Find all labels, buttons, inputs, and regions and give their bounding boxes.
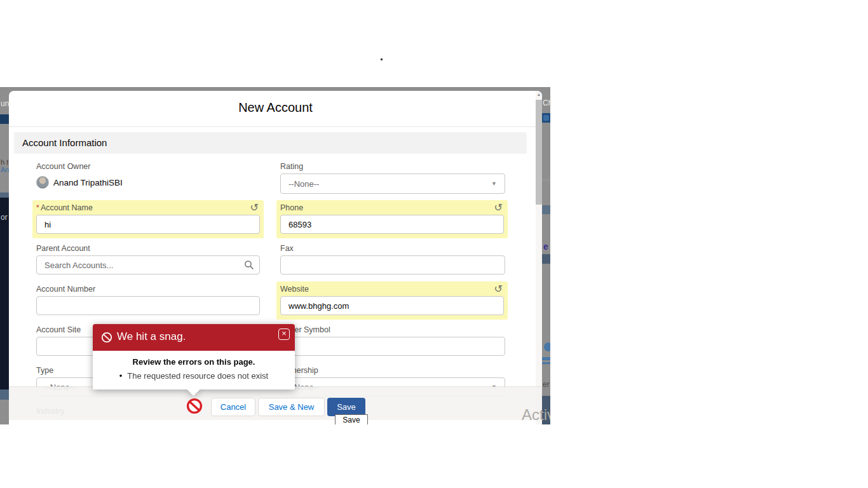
website-label: Website (280, 285, 309, 294)
search-icon (244, 260, 254, 270)
background-bar-fragment (542, 362, 550, 364)
ban-icon (101, 332, 112, 343)
background-activity-heading: Activ (522, 406, 550, 424)
background-text-fragment: h t (1, 158, 8, 166)
rating-label: Rating (280, 162, 303, 171)
background-navbar-fragment (542, 113, 550, 123)
background-text-fragment: Ch (543, 98, 550, 107)
background-bar-fragment (0, 390, 9, 400)
chevron-down-icon: ▼ (491, 180, 497, 187)
phone-input[interactable] (280, 215, 504, 234)
background-dark-panel-fragment (0, 198, 9, 390)
background-chart-icon-fragment (544, 342, 550, 351)
rating-select-value: --None-- (288, 179, 319, 189)
error-popover-heading: Review the errors on this page. (99, 357, 288, 367)
scrollbar-up-arrow[interactable]: ▲ (536, 92, 542, 97)
error-popover-header: We hit a snag. × (93, 324, 295, 351)
account-site-label: Account Site (36, 325, 81, 334)
error-popover: We hit a snag. × Review the errors on th… (93, 324, 295, 390)
background-bar-fragment (542, 357, 550, 360)
background-bar-fragment (542, 254, 550, 264)
modal-header: New Account (9, 91, 542, 127)
type-label: Type (36, 366, 53, 375)
bullet-icon: • (119, 371, 123, 381)
required-marker: * (36, 203, 39, 212)
avatar (36, 176, 49, 189)
website-highlight-panel: Website ↺ (276, 281, 508, 320)
account-owner-label: Account Owner (36, 162, 90, 171)
browser-capture-region: uni h t Ana or Ch e er Activ New Account (0, 87, 550, 424)
account-number-label: Account Number (36, 285, 95, 294)
save-button-tooltip: Save (335, 414, 368, 424)
undo-icon[interactable]: ↺ (494, 283, 503, 295)
error-popover-item: •The requested resource does not exist (99, 371, 288, 381)
cancel-button[interactable]: Cancel (211, 398, 255, 416)
stray-dot (381, 58, 383, 60)
undo-icon[interactable]: ↺ (494, 201, 503, 214)
background-bar-fragment (542, 205, 550, 214)
account-owner-value: Anand TripathiSBI (53, 178, 123, 187)
parent-account-lookup (36, 255, 260, 274)
account-name-label: *Account Name (36, 203, 93, 212)
background-text-fragment: er (543, 380, 550, 389)
section-account-information: Account Information (14, 132, 527, 154)
phone-highlight-panel: Phone ↺ (276, 200, 508, 238)
account-name-highlight-panel: *Account Name ↺ (32, 200, 264, 238)
background-navbar-fragment (0, 114, 9, 124)
not-allowed-cursor-icon (186, 398, 203, 414)
background-divider-fragment (542, 180, 550, 180)
rating-select[interactable]: --None-- ▼ (280, 173, 505, 194)
scrollbar-thumb[interactable] (536, 100, 542, 205)
fax-label: Fax (280, 244, 294, 253)
account-number-input[interactable] (36, 296, 260, 315)
section-title: Account Information (22, 137, 107, 148)
background-bar-fragment (0, 193, 9, 198)
website-input[interactable] (280, 296, 504, 315)
parent-account-label: Parent Account (36, 244, 90, 253)
error-popover-title: We hit a snag. (117, 330, 186, 343)
modal-footer: Cancel Save & New Save (9, 386, 542, 420)
fax-input[interactable] (280, 255, 505, 274)
background-link-fragment: e (543, 241, 548, 252)
ticker-symbol-input[interactable] (280, 337, 505, 356)
phone-label: Phone (280, 203, 303, 212)
undo-icon[interactable]: ↺ (250, 201, 259, 214)
modal-scrollbar: ▲ (536, 91, 542, 424)
save-and-new-button[interactable]: Save & New (258, 398, 325, 416)
close-icon[interactable]: × (278, 329, 290, 340)
modal-title: New Account (9, 100, 542, 115)
save-button[interactable]: Save (327, 398, 365, 416)
parent-account-search-input[interactable] (36, 255, 260, 274)
screenshot-canvas: uni h t Ana or Ch e er Activ New Account (0, 0, 868, 488)
account-name-input[interactable] (36, 215, 260, 234)
background-text-fragment: or (1, 213, 8, 222)
